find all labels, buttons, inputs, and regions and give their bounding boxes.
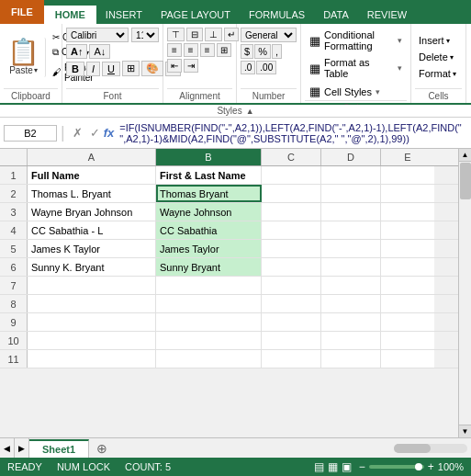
cell-d3[interactable] [321,203,381,221]
fill-color-button[interactable]: 🎨 [141,61,163,76]
col-header-a[interactable]: A [28,149,156,165]
cell-b5[interactable]: James Taylor [156,240,262,257]
cell-a4[interactable]: CC Sabathia - L [28,221,156,239]
cell-c7[interactable] [262,277,321,294]
styles-collapse-icon[interactable]: ▲ [246,107,254,116]
row-number[interactable]: 6 [0,258,28,276]
cell-d7[interactable] [321,277,381,294]
cell-c1[interactable] [262,166,321,184]
cell-a5[interactable]: James K Taylor [28,240,156,257]
confirm-formula-icon[interactable]: ✓ [86,125,104,141]
cell-b3[interactable]: Wayne Johnson [156,203,262,221]
cell-c6[interactable] [262,258,321,276]
cell-a9[interactable] [28,313,156,331]
cell-c3[interactable] [262,203,321,221]
cell-d2[interactable] [321,185,381,202]
cell-e1[interactable] [381,166,434,184]
bold-button[interactable]: B [66,62,84,76]
cell-reference-input[interactable] [4,125,57,142]
format-cells-button[interactable]: Format ▾ [415,66,462,81]
tab-data[interactable]: DATA [314,6,358,24]
number-format-select[interactable]: General [241,28,297,42]
format-as-table-button[interactable]: ▦ Format as Table ▾ [305,55,407,81]
cell-b4[interactable]: CC Sabathia [156,221,262,239]
cell-d5[interactable] [321,240,381,257]
tab-home[interactable]: HOME [44,6,96,24]
font-family-select[interactable]: Calibri [66,28,129,42]
fmt-table-dropdown-icon[interactable]: ▾ [398,63,402,73]
row-number[interactable]: 2 [0,185,28,202]
cell-styles-dropdown-icon[interactable]: ▾ [376,87,380,96]
cell-a7[interactable] [28,277,156,294]
row-number[interactable]: 5 [0,240,28,257]
cell-d9[interactable] [321,313,381,331]
zoom-in-button[interactable]: + [428,460,434,473]
cell-a11[interactable] [28,350,156,368]
cell-c4[interactable] [262,221,321,239]
decrease-decimal-button[interactable]: .0 [241,61,255,74]
horizontal-scrollbar-track[interactable] [394,444,467,453]
cell-a10[interactable] [28,332,156,349]
tab-formulas[interactable]: FORMULAS [240,6,314,24]
indent-decrease-button[interactable]: ⇤ [167,59,182,73]
cell-d1[interactable] [321,166,381,184]
increase-font-button[interactable]: A↑ [66,44,87,59]
cell-a1[interactable]: Full Name [28,166,156,184]
cancel-formula-icon[interactable]: ✗ [69,125,86,141]
row-number[interactable]: 9 [0,313,28,331]
tab-review[interactable]: REVIEW [358,6,416,24]
font-size-select[interactable]: 11 [131,28,159,42]
zoom-out-button[interactable]: − [359,460,365,473]
col-header-e[interactable]: E [381,149,434,165]
cell-a8[interactable] [28,295,156,312]
cell-e5[interactable] [381,240,434,257]
cell-d10[interactable] [321,332,381,349]
border-button[interactable]: ⊞ [122,61,140,76]
tab-page-layout[interactable]: PAGE LAYOUT [151,6,240,24]
cell-a2[interactable]: Thomas L. Bryant [28,185,156,202]
cond-fmt-dropdown-icon[interactable]: ▾ [398,36,402,45]
currency-button[interactable]: $ [241,44,253,59]
function-icon[interactable]: fx [104,126,115,140]
horizontal-scrollbar-thumb[interactable] [394,444,431,453]
cell-b11[interactable] [156,350,262,368]
row-number[interactable]: 11 [0,350,28,368]
scroll-track[interactable] [459,162,472,425]
cell-b6[interactable]: Sunny Bryant [156,258,262,276]
view-page-break-icon[interactable]: ▣ [342,460,352,473]
cell-c8[interactable] [262,295,321,312]
sheet-tab-sheet1[interactable]: Sheet1 [29,439,89,458]
zoom-slider-thumb[interactable] [415,463,422,470]
cell-e4[interactable] [381,221,434,239]
tab-scroll-left[interactable]: ◀ [0,438,15,459]
percent-button[interactable]: % [254,44,271,59]
tab-insert[interactable]: INSERT [96,6,151,24]
insert-cells-button[interactable]: Insert ▾ [415,33,462,48]
zoom-slider-track[interactable] [369,465,424,469]
cell-d6[interactable] [321,258,381,276]
align-center-button[interactable]: ≡ [184,43,198,57]
cell-styles-button[interactable]: ▦ Cell Styles ▾ [305,83,407,100]
row-number[interactable]: 8 [0,295,28,312]
view-layout-icon[interactable]: ▦ [328,460,338,473]
view-normal-icon[interactable]: ▤ [314,460,324,473]
cell-e7[interactable] [381,277,434,294]
delete-cells-button[interactable]: Delete ▾ [415,50,462,64]
italic-button[interactable]: I [86,62,100,76]
align-left-button[interactable]: ≡ [167,43,182,57]
scroll-up-button[interactable]: ▲ [459,149,472,162]
vertical-scrollbar[interactable]: ▲ ▼ [458,149,471,437]
row-number[interactable]: 10 [0,332,28,349]
align-top-button[interactable]: ⊤ [167,28,185,41]
increase-decimal-button[interactable]: .00 [256,61,276,74]
row-number[interactable]: 1 [0,166,28,184]
cell-e9[interactable] [381,313,434,331]
cell-e10[interactable] [381,332,434,349]
row-number[interactable]: 7 [0,277,28,294]
cell-b2[interactable]: Thomas Bryant [156,185,262,202]
cell-b7[interactable] [156,277,262,294]
row-number[interactable]: 3 [0,203,28,221]
cell-b9[interactable] [156,313,262,331]
conditional-formatting-button[interactable]: ▦ Conditional Formatting ▾ [305,28,407,53]
scroll-down-button[interactable]: ▼ [459,425,472,437]
